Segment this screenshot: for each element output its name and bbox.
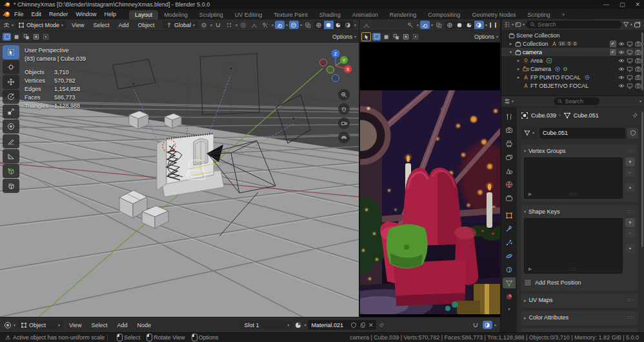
outliner-search[interactable]	[526, 21, 621, 28]
rv-falloff-dropdown[interactable]	[361, 21, 371, 29]
select-mode-invert[interactable]	[32, 33, 40, 41]
rv-select-mode-set[interactable]	[372, 33, 381, 41]
rv-shading-wireframe[interactable]	[445, 21, 455, 29]
tool-rotate[interactable]	[3, 90, 19, 104]
shader-editor-type-chevron[interactable]: ▾	[14, 323, 15, 327]
disable-viewport-monitor-icon[interactable]	[625, 83, 634, 89]
hide-viewport-eye-icon[interactable]	[617, 57, 625, 64]
shading-material-button[interactable]	[334, 21, 343, 29]
snap-target-dropdown[interactable]	[225, 21, 234, 29]
panel-grip-icon[interactable]: ∷∷	[627, 209, 635, 215]
show-overlays-toggle[interactable]	[275, 21, 285, 29]
shading-solid-button[interactable]	[324, 21, 334, 29]
properties-tab-output[interactable]	[503, 138, 516, 149]
properties-scrollbar[interactable]	[641, 112, 643, 247]
properties-tab-tool[interactable]	[503, 111, 516, 122]
tool-select-box[interactable]	[3, 45, 19, 59]
properties-options-chevron[interactable]: ▾	[639, 99, 641, 103]
panel-grip-icon[interactable]: ∷∷	[627, 148, 635, 154]
tool-duplicate[interactable]	[3, 179, 19, 193]
filter-icon[interactable]	[623, 21, 629, 28]
rv-show-overlays-toggle[interactable]	[420, 21, 430, 29]
fake-user-shield-icon[interactable]	[350, 322, 357, 328]
pivot-point-dropdown[interactable]	[199, 21, 209, 29]
hide-viewport-eye-icon[interactable]	[617, 83, 625, 89]
add-rest-position-checkbox[interactable]	[524, 279, 532, 287]
properties-search-input[interactable]	[565, 98, 595, 105]
select-mode-extend[interactable]	[12, 33, 21, 41]
material-slot-dropdown[interactable]: Slot 1▾	[241, 321, 292, 329]
xray-toggle[interactable]	[289, 21, 299, 29]
shader-snap-toggle[interactable]	[471, 321, 481, 329]
rv-shading-rendered[interactable]	[474, 21, 484, 29]
shading-wireframe-button[interactable]	[314, 21, 324, 29]
tool-add-cube[interactable]	[3, 164, 19, 178]
vertex-groups-panel-header[interactable]: ▾Vertex Groups ∷∷	[524, 146, 635, 156]
minimize-button[interactable]: —	[603, 1, 609, 8]
properties-type-chevron[interactable]: ▾	[512, 99, 514, 103]
pin-node-tree-icon[interactable]	[378, 322, 385, 328]
shader-context-dropdown[interactable]: Object▾	[17, 321, 63, 329]
rv-shading-chevron[interactable]: ▾	[485, 23, 487, 27]
outliner-row-scene-collection[interactable]: Scene Collection	[501, 31, 644, 39]
add-workspace-button[interactable]: +	[556, 10, 570, 19]
outliner-type-chevron[interactable]: ▾	[512, 23, 514, 26]
properties-tab-data[interactable]	[503, 277, 516, 288]
properties-tab-render[interactable]	[503, 125, 516, 136]
rv-show-gizmo-dropdown[interactable]	[406, 21, 416, 29]
properties-tab-physics[interactable]	[503, 250, 516, 261]
zoom-button[interactable]	[338, 89, 350, 101]
shape-key-specials-button[interactable]: ▾	[625, 244, 635, 253]
material-name-field[interactable]: Material.021 ✕	[308, 320, 376, 330]
toggle-xray-button[interactable]	[303, 21, 313, 29]
material-browse-chevron[interactable]: ▾	[304, 323, 306, 327]
snap-toggle[interactable]	[214, 21, 223, 29]
rv-select-mode-extend[interactable]	[382, 33, 390, 41]
disable-viewport-monitor-icon[interactable]	[625, 57, 634, 64]
add-shape-key-button[interactable]: +	[625, 218, 635, 227]
menu-window[interactable]: Window	[72, 11, 101, 17]
rv-active-tool-button[interactable]	[361, 32, 371, 41]
render-viewport[interactable]	[359, 43, 500, 317]
editor-type-chevron[interactable]: ▾	[12, 23, 14, 27]
panel-grip-icon[interactable]: ∷∷	[627, 315, 635, 321]
rv-shading-material[interactable]	[465, 21, 474, 29]
navigation-gizmo[interactable]: Z Y X	[317, 48, 354, 84]
properties-tabs-overflow-chevron[interactable]: ▾	[508, 307, 510, 311]
breadcrumb-data-name[interactable]: Cube.051	[574, 112, 599, 119]
hide-viewport-eye-icon[interactable]	[617, 74, 625, 81]
properties-tab-material[interactable]	[503, 291, 516, 302]
tab-modeling[interactable]: Modeling	[158, 10, 194, 19]
pan-button[interactable]	[338, 103, 350, 115]
outliner-type-icon[interactable]	[504, 21, 510, 28]
shader-menu-select[interactable]: Select	[87, 322, 111, 328]
blender-menu-icon[interactable]	[3, 10, 10, 18]
menu-file[interactable]: File	[10, 11, 28, 17]
properties-tab-particles[interactable]	[503, 237, 516, 248]
unlink-material-icon[interactable]: ✕	[368, 322, 374, 328]
list-filter-arrow-icon[interactable]: ▶	[528, 192, 532, 197]
properties-search[interactable]	[554, 97, 599, 105]
shape-keys-list[interactable]: ▶ ∷∷	[524, 218, 623, 274]
vertex-groups-list[interactable]: ▶ ∷∷	[524, 157, 623, 199]
maximize-button[interactable]: ▢	[619, 1, 625, 8]
rv-xray-button[interactable]	[434, 21, 444, 29]
disable-viewport-monitor-icon[interactable]	[625, 74, 634, 81]
rv-select-mode-invert[interactable]	[401, 33, 410, 41]
panel-grip-icon[interactable]: ∷∷	[627, 297, 635, 303]
outliner-search-input[interactable]	[538, 21, 618, 28]
camera-view-button[interactable]	[338, 117, 350, 129]
outliner-scrollbar[interactable]	[641, 32, 643, 90]
show-gizmo-dropdown[interactable]	[261, 21, 270, 29]
breadcrumb-object-name[interactable]: Cube.039	[531, 112, 556, 119]
menu-help[interactable]: Help	[101, 11, 121, 17]
pin-id-icon[interactable]	[632, 112, 638, 119]
collection-checkbox[interactable]: ✓	[609, 48, 617, 56]
outliner-row-fp-punto-focal[interactable]: ▸ FP PUNTO FOCAL	[501, 73, 644, 81]
tab-texture-paint[interactable]: Texture Paint	[268, 10, 314, 19]
shader-overlays-toggle[interactable]	[483, 321, 492, 329]
disable-viewport-monitor-icon[interactable]	[625, 66, 634, 72]
outliner-display-chevron[interactable]: ▾	[523, 23, 525, 26]
rv-select-mode-intersect[interactable]	[411, 33, 419, 41]
copy-material-icon[interactable]	[359, 322, 366, 328]
